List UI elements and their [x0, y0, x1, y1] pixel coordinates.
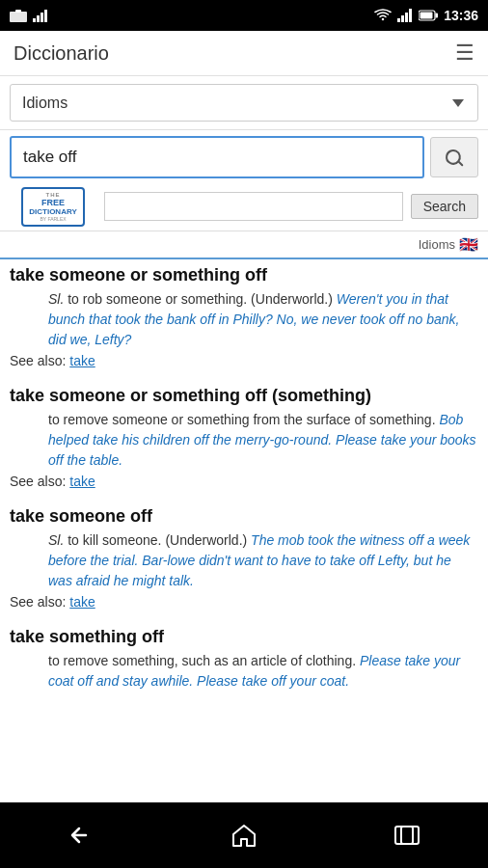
svg-rect-3	[37, 15, 40, 22]
svg-rect-2	[33, 18, 36, 22]
home-button[interactable]	[215, 814, 273, 856]
bottom-nav	[0, 802, 488, 868]
entry-3-see-also: See also: take	[10, 594, 478, 610]
svg-rect-0	[10, 12, 27, 22]
recents-icon	[393, 823, 420, 848]
screenshot-icon	[10, 10, 27, 22]
entry-3-body: Sl. to kill someone. (Underworld.) The m…	[10, 530, 478, 591]
entry-3: take someone off Sl. to kill someone. (U…	[10, 506, 478, 610]
entry-4: take something off to remove something, …	[10, 627, 478, 692]
wifi-icon	[374, 9, 392, 22]
signal-icon	[397, 9, 413, 22]
top-bar: Diccionario ☰	[0, 31, 488, 76]
status-bar-right: 13:36	[374, 8, 478, 23]
svg-rect-13	[395, 827, 413, 844]
svg-rect-9	[409, 9, 412, 22]
app-title: Diccionario	[14, 42, 109, 65]
dict-search-button[interactable]: Search	[411, 194, 478, 219]
search-icon	[444, 147, 465, 168]
entry-4-title: take something off	[10, 627, 478, 647]
category-dropdown[interactable]: Idioms English Spanish	[10, 84, 478, 122]
idioms-label-row: Idioms 🇬🇧	[0, 231, 488, 258]
svg-rect-5	[44, 10, 47, 22]
uk-flag-icon: 🇬🇧	[459, 235, 478, 254]
entry-1-see-also-link[interactable]: take	[69, 353, 95, 368]
svg-rect-8	[405, 13, 408, 22]
search-input[interactable]	[10, 136, 424, 178]
entry-2-see-also: See also: take	[10, 474, 478, 489]
search-row	[0, 130, 488, 184]
entry-3-title: take someone off	[10, 506, 478, 527]
entry-2-see-also-link[interactable]: take	[69, 474, 95, 489]
svg-rect-6	[397, 18, 400, 22]
idioms-label: Idioms	[419, 237, 455, 252]
bars-icon	[33, 9, 48, 22]
back-button[interactable]	[52, 814, 110, 856]
entry-1: take someone or something off Sl. to rob…	[10, 265, 478, 368]
menu-button[interactable]: ☰	[455, 41, 474, 66]
entry-4-body: to remove something, such as an article …	[10, 651, 478, 692]
svg-rect-1	[15, 10, 21, 13]
entry-2-body: to remove someone or something from the …	[10, 410, 478, 471]
svg-rect-11	[436, 14, 439, 18]
svg-rect-12	[420, 13, 433, 19]
entry-2-title: take someone or something off (something…	[10, 386, 478, 406]
entry-2: take someone or something off (something…	[10, 386, 478, 489]
search-button[interactable]	[430, 137, 478, 177]
dictionary-banner: THE FREE DICTIONARY BY FARLEX Search	[0, 184, 488, 231]
status-bar: 13:36	[0, 0, 488, 31]
home-icon	[230, 823, 258, 848]
time-display: 13:36	[444, 8, 478, 23]
category-dropdown-container: Idioms English Spanish	[0, 76, 488, 130]
status-bar-icons	[10, 9, 48, 22]
battery-icon	[419, 10, 438, 21]
svg-rect-7	[401, 15, 404, 22]
svg-rect-14	[401, 827, 419, 844]
content-area[interactable]: take someone or something off Sl. to rob…	[0, 258, 488, 802]
entry-3-see-also-link[interactable]: take	[69, 594, 95, 610]
svg-rect-4	[41, 13, 43, 22]
back-icon	[67, 824, 95, 847]
dict-search-input[interactable]	[104, 192, 403, 221]
entry-1-title: take someone or something off	[10, 265, 478, 285]
entry-1-see-also: See also: take	[10, 353, 478, 368]
recents-button[interactable]	[378, 814, 436, 856]
entry-1-body: Sl. to rob someone or something. (Underw…	[10, 289, 478, 350]
dict-logo: THE FREE DICTIONARY BY FARLEX	[10, 188, 96, 225]
